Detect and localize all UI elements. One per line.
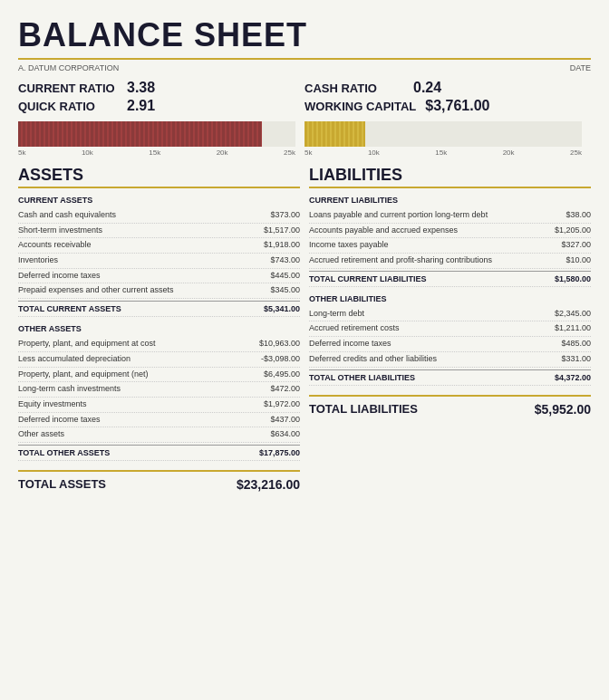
total-other-liabilities-row: TOTAL OTHER LIABILITIES $4,372.00: [309, 369, 591, 386]
line-item-value: $331.00: [561, 354, 591, 365]
cash-label-15k: 15k: [435, 149, 447, 157]
working-capital-row: WORKING CAPITAL $3,761.00: [304, 98, 591, 114]
working-capital-label: WORKING CAPITAL: [304, 100, 416, 113]
ratios-left: CURRENT RATIO 3.38 QUICK RATIO 2.91: [18, 80, 304, 116]
table-row: Prepaid expenses and other current asset…: [18, 283, 300, 299]
cash-ratio-label: CASH RATIO: [304, 82, 404, 95]
assets-bar-chart: [18, 121, 295, 147]
other-assets-title: OTHER ASSETS: [18, 324, 300, 333]
line-item-value: $1,972.00: [264, 399, 300, 410]
line-item-label: Prepaid expenses and other current asset…: [18, 285, 270, 296]
total-liabilities-value: $5,952.00: [535, 402, 591, 417]
table-row: Deferred income taxes$445.00: [18, 269, 300, 284]
line-item-value: $485.00: [561, 339, 591, 350]
table-row: Long-term debt$2,345.00: [309, 307, 591, 322]
cash-label-5k: 5k: [304, 149, 312, 157]
table-row: Loans payable and current portion long-t…: [309, 208, 591, 224]
table-row: Long-term cash investments$472.00: [18, 382, 300, 398]
other-liabilities-list: Long-term debt$2,345.00Accrued retiremen…: [309, 307, 591, 368]
label-5k: 5k: [18, 149, 25, 157]
table-row: Income taxes payable$327.00: [309, 238, 591, 254]
total-current-liabilities-label: TOTAL CURRENT LIABILITIES: [309, 274, 427, 283]
header-row: A. DATUM CORPORATION DATE: [18, 63, 591, 72]
assets-bar-fill: [18, 121, 262, 147]
liabilities-section-title: LIABILITIES: [309, 166, 591, 188]
line-item-label: Other assets: [18, 429, 270, 440]
line-item-value: -$3,098.00: [261, 354, 300, 365]
line-item-label: Accounts payable and accrued expenses: [309, 225, 555, 236]
table-row: Deferred income taxes$437.00: [18, 413, 300, 428]
line-item-label: Accrued retirement and profit-sharing co…: [309, 255, 566, 266]
current-ratio-label: CURRENT RATIO: [18, 82, 118, 95]
total-other-liabilities-value: $4,372.00: [555, 373, 591, 382]
table-row: Deferred income taxes$485.00: [309, 337, 591, 352]
line-item-value: $327.00: [561, 240, 591, 251]
line-item-value: $10.00: [566, 255, 591, 266]
line-item-label: Income taxes payable: [309, 240, 561, 251]
total-other-liabilities-label: TOTAL OTHER LIABILITIES: [309, 373, 415, 382]
assets-chart-labels: 5k 10k 15k 20k 25k: [18, 149, 295, 157]
total-current-assets-label: Total current assets: [18, 304, 121, 313]
cash-label-20k: 20k: [503, 149, 515, 157]
quick-ratio-value: 2.91: [127, 98, 155, 114]
cash-chart-container: 5k 10k 15k 20k 25k: [304, 121, 591, 157]
label-25k: 25k: [284, 149, 295, 157]
cash-label-25k: 25k: [570, 149, 582, 157]
current-ratio-row: CURRENT RATIO 3.38: [18, 80, 304, 96]
current-assets-list: Cash and cash equivalents$373.00Short-te…: [18, 208, 300, 299]
other-liabilities-title: OTHER LIABILITIES: [309, 294, 591, 303]
current-assets-title: CURRENT ASSETS: [18, 196, 300, 205]
line-item-label: Accrued retirement costs: [309, 323, 555, 334]
total-current-assets-value: $5,341.00: [264, 304, 300, 313]
line-item-label: Deferred income taxes: [18, 415, 270, 426]
line-item-label: Loans payable and current portion long-t…: [309, 210, 566, 221]
table-row: Equity investments$1,972.00: [18, 398, 300, 413]
total-assets-value: $23,216.00: [237, 477, 300, 492]
total-current-assets-row: Total current assets $5,341.00: [18, 301, 300, 317]
line-item-value: $437.00: [270, 415, 300, 426]
total-assets-label: TOTAL ASSETS: [18, 477, 106, 491]
cash-ratio-row: CASH RATIO 0.24: [304, 80, 591, 96]
working-capital-value: $3,761.00: [425, 98, 489, 114]
line-item-value: $1,918.00: [264, 240, 300, 251]
line-item-label: Less accumulated depreciation: [18, 354, 261, 365]
page: BALANCE SHEET A. DATUM CORPORATION DATE …: [0, 0, 609, 700]
cash-bar-chart: [304, 121, 582, 147]
table-row: Less accumulated depreciation-$3,098.00: [18, 352, 300, 368]
cash-label-10k: 10k: [368, 149, 380, 157]
total-liabilities-row: TOTAL LIABILITIES $5,952.00: [309, 395, 591, 420]
main-content: ASSETS CURRENT ASSETS Cash and cash equi…: [18, 166, 591, 495]
line-item-value: $472.00: [270, 384, 300, 395]
charts-section: 5k 10k 15k 20k 25k 5k 10k 15k 20k 25k: [18, 121, 591, 157]
table-row: Inventories$743.00: [18, 254, 300, 269]
liabilities-column: LIABILITIES CURRENT LIABILITIES Loans pa…: [309, 166, 591, 495]
cash-ratio-value: 0.24: [413, 80, 441, 96]
total-current-liabilities-value: $1,580.00: [555, 274, 591, 283]
line-item-value: $38.00: [566, 210, 591, 221]
line-item-label: Long-term cash investments: [18, 384, 270, 395]
line-item-label: Long-term debt: [309, 309, 555, 320]
quick-ratio-row: QUICK RATIO 2.91: [18, 98, 304, 114]
table-row: Accrued retirement and profit-sharing co…: [309, 254, 591, 269]
line-item-value: $345.00: [270, 285, 300, 296]
table-row: Short-term investments$1,517.00: [18, 224, 300, 239]
date-label: DATE: [570, 63, 591, 72]
table-row: Accrued retirement costs$1,211.00: [309, 321, 591, 337]
line-item-label: Short-term investments: [18, 225, 264, 236]
total-current-liabilities-row: TOTAL CURRENT LIABILITIES $1,580.00: [309, 271, 591, 287]
label-20k: 20k: [217, 149, 228, 157]
ratios-right: CASH RATIO 0.24 WORKING CAPITAL $3,761.0…: [304, 80, 591, 116]
line-item-value: $10,963.00: [259, 339, 300, 350]
table-row: Cash and cash equivalents$373.00: [18, 208, 300, 224]
label-10k: 10k: [82, 149, 93, 157]
table-row: Other assets$634.00: [18, 427, 300, 443]
line-item-value: $373.00: [270, 210, 300, 221]
total-other-assets-row: Total other assets $17,875.00: [18, 445, 300, 461]
line-item-value: $6,495.00: [264, 369, 300, 380]
current-ratio-value: 3.38: [127, 80, 155, 96]
line-item-label: Property, plant, and equipment at cost: [18, 339, 259, 350]
table-row: Deferred credits and other liabilities$3…: [309, 352, 591, 368]
line-item-label: Inventories: [18, 255, 270, 266]
line-item-value: $1,205.00: [555, 225, 591, 236]
line-item-value: $1,211.00: [555, 323, 591, 334]
